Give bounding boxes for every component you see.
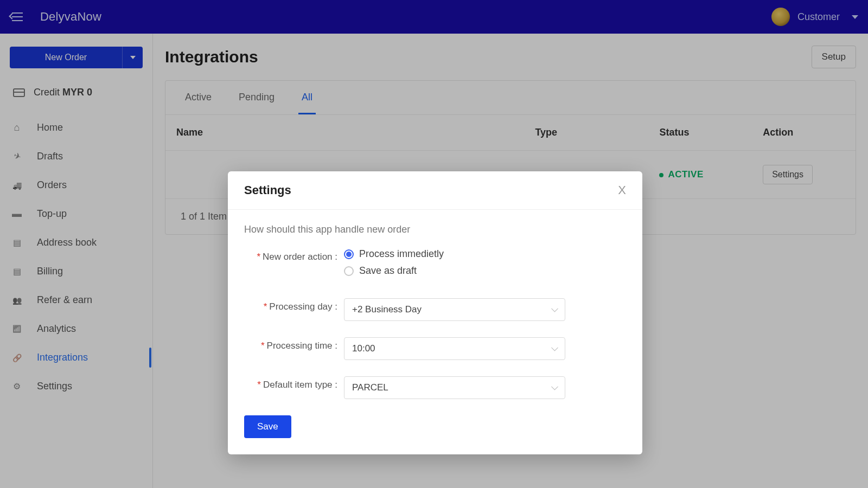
field-processing-day: *Processing day : +2 Business Day: [244, 298, 626, 321]
label-new-order-action: New order action: [263, 252, 333, 262]
field-default-item-type: *Default item type : PARCEL: [244, 376, 626, 399]
modal-helper-text: How should this app handle new order: [244, 224, 626, 235]
select-value: 10:00: [352, 343, 375, 354]
radio-icon-selected: [344, 249, 354, 259]
radio-process-immediately[interactable]: Process immedietly: [344, 248, 626, 260]
select-processing-time[interactable]: 10:00: [344, 337, 565, 360]
radio-save-as-draft[interactable]: Save as draft: [344, 265, 626, 277]
radio-label: Save as draft: [359, 265, 417, 277]
select-value: PARCEL: [352, 382, 388, 393]
select-value: +2 Business Day: [352, 304, 422, 315]
modal-body: How should this app handle new order *Ne…: [228, 210, 642, 454]
modal-header: Settings X: [228, 171, 642, 210]
field-new-order-action: *New order action : Process immedietly S…: [244, 248, 626, 282]
label-processing-time: Processing time: [267, 341, 333, 351]
label-processing-day: Processing day: [269, 301, 332, 312]
modal-title: Settings: [244, 183, 291, 197]
close-icon[interactable]: X: [618, 183, 626, 197]
label-default-item-type: Default item type: [263, 380, 333, 390]
radio-label: Process immedietly: [359, 248, 444, 260]
select-default-item-type[interactable]: PARCEL: [344, 376, 565, 399]
settings-modal: Settings X How should this app handle ne…: [228, 171, 642, 454]
save-button[interactable]: Save: [244, 415, 291, 438]
radio-icon-empty: [344, 266, 354, 276]
select-processing-day[interactable]: +2 Business Day: [344, 298, 565, 321]
field-processing-time: *Processing time : 10:00: [244, 337, 626, 360]
